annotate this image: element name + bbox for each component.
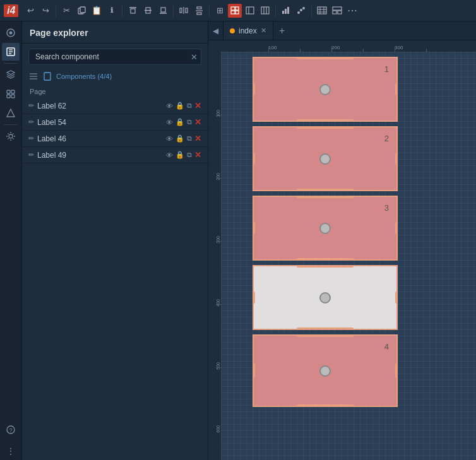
lock-icon-62[interactable]: 🔒 <box>176 102 184 110</box>
copy-button[interactable] <box>74 4 88 18</box>
delete-icon-62[interactable]: ✕ <box>194 101 201 110</box>
layer-item-label62[interactable]: ✏ Label 62 👁 🔒 ⧉ ✕ <box>22 98 208 114</box>
chart-button[interactable] <box>279 4 293 18</box>
align-bottom-button[interactable] <box>156 4 170 18</box>
toolbar: i4 ↩ ↪ ✂ 📋 ℹ ⊞ ⋯ <box>0 0 476 21</box>
components-tree-icon[interactable] <box>28 71 39 81</box>
svg-rect-8 <box>180 8 182 13</box>
canvas-block-4[interactable] <box>253 265 398 330</box>
layout-button[interactable] <box>330 4 344 18</box>
layer-item-label46[interactable]: ✏ Label 46 👁 🔒 ⧉ ✕ <box>22 131 208 147</box>
components-page-icon[interactable] <box>42 71 52 81</box>
paste-button[interactable]: 📋 <box>90 4 104 18</box>
distribute-h-button[interactable] <box>177 4 191 18</box>
visibility-icon-54[interactable]: 👁 <box>166 119 173 126</box>
svg-rect-25 <box>287 7 289 14</box>
canvas-block-2[interactable]: 2 <box>253 126 398 191</box>
sidebar-sep1 <box>4 63 18 64</box>
sidebar-home-button[interactable] <box>2 24 20 42</box>
layer-item-label54[interactable]: ✏ Label 54 👁 🔒 ⧉ ✕ <box>22 114 208 131</box>
svg-rect-45 <box>7 95 10 98</box>
list-view-button[interactable] <box>228 4 242 18</box>
sidebar-pages-button[interactable] <box>2 43 20 61</box>
align-top-button[interactable] <box>126 4 140 18</box>
sep3 <box>173 4 174 17</box>
svg-rect-17 <box>235 11 239 14</box>
layer-label-54: Label 54 <box>37 118 166 127</box>
lock-icon-54[interactable]: 🔒 <box>176 118 184 126</box>
svg-point-26 <box>297 11 300 14</box>
sidebar-settings-button[interactable] <box>2 127 20 145</box>
block-circle-2 <box>319 153 331 165</box>
lock-icon-49[interactable]: 🔒 <box>176 151 184 159</box>
svg-rect-14 <box>231 7 235 10</box>
svg-rect-54 <box>44 73 51 80</box>
delete-icon-49[interactable]: ✕ <box>194 150 201 160</box>
canvas-block-3[interactable]: 3 <box>253 196 398 261</box>
delete-icon-54[interactable]: ✕ <box>194 117 201 127</box>
canvas-block-5[interactable]: 4 <box>253 334 398 407</box>
block-number-5: 4 <box>384 342 389 351</box>
dots-button[interactable]: ⋯ <box>345 4 359 18</box>
block-number-1: 1 <box>384 64 389 74</box>
visibility-icon-49[interactable]: 👁 <box>166 151 173 159</box>
grid-view-button[interactable]: ⊞ <box>213 4 227 18</box>
block-circle-3 <box>319 223 331 234</box>
scatter-button[interactable] <box>294 4 308 18</box>
page-section-label: Page <box>22 85 208 98</box>
cut-button[interactable]: ✂ <box>59 4 73 18</box>
tab-label-index: index <box>239 27 257 35</box>
svg-rect-43 <box>7 90 10 93</box>
layer-item-label49[interactable]: ✏ Label 49 👁 🔒 ⧉ ✕ <box>22 147 208 163</box>
sidebar-more-button[interactable]: ⋮ <box>2 442 20 460</box>
lock-icon-46[interactable]: 🔒 <box>176 134 184 143</box>
svg-rect-7 <box>161 8 165 12</box>
pencil-icon-49: ✏ <box>28 151 34 159</box>
visibility-icon-62[interactable]: 👁 <box>166 102 173 110</box>
app-logo: i4 <box>4 4 18 17</box>
redo-button[interactable]: ↪ <box>39 4 52 18</box>
block-circle-4 <box>319 292 331 304</box>
table-button[interactable] <box>315 4 329 18</box>
svg-rect-36 <box>338 11 342 14</box>
tab-add-button[interactable]: + <box>273 21 291 40</box>
svg-rect-34 <box>333 7 342 10</box>
components-bar: Components (4/4) <box>22 70 208 85</box>
copy-icon-49[interactable]: ⧉ <box>187 151 192 159</box>
info-button[interactable]: ℹ <box>105 4 119 18</box>
block-number-2: 2 <box>384 134 389 143</box>
tab-nav-prev[interactable]: ◀ <box>208 21 223 40</box>
svg-text:?: ? <box>9 427 12 433</box>
svg-rect-16 <box>231 11 235 14</box>
canvas-viewport[interactable]: 1 2 <box>221 52 476 460</box>
copy-icon-46[interactable]: ⧉ <box>187 134 192 143</box>
svg-marker-47 <box>7 109 15 117</box>
search-clear-button[interactable]: ✕ <box>191 52 198 62</box>
sidebar-layers-button[interactable] <box>2 66 20 84</box>
copy-icon-62[interactable]: ⧉ <box>187 102 192 110</box>
canvas-block-1[interactable]: 1 <box>253 57 398 122</box>
svg-point-48 <box>9 134 13 138</box>
sep2 <box>122 4 122 17</box>
sep4 <box>209 4 210 17</box>
svg-point-27 <box>300 9 302 11</box>
visibility-icon-46[interactable]: 👁 <box>166 135 173 143</box>
search-input[interactable] <box>28 49 201 65</box>
sidebar-help-button[interactable]: ? <box>2 421 20 439</box>
copy-icon-54[interactable]: ⧉ <box>187 118 192 126</box>
columns-button[interactable] <box>258 4 272 18</box>
delete-icon-46[interactable]: ✕ <box>194 134 201 143</box>
panel-button[interactable] <box>243 4 257 18</box>
distribute-v-button[interactable] <box>192 4 206 18</box>
ruler-corner <box>208 40 221 52</box>
sidebar-components-button[interactable] <box>2 85 20 103</box>
canvas-tab-index[interactable]: index ✕ <box>223 21 273 40</box>
tab-close-index[interactable]: ✕ <box>261 27 266 35</box>
svg-point-38 <box>9 32 13 35</box>
sidebar-assets-button[interactable] <box>2 104 20 122</box>
explorer-title: Page explorer <box>22 21 208 44</box>
block-circle-1 <box>319 84 331 95</box>
svg-rect-20 <box>261 7 269 14</box>
undo-button[interactable]: ↩ <box>23 4 37 18</box>
align-middle-button[interactable] <box>141 4 155 18</box>
